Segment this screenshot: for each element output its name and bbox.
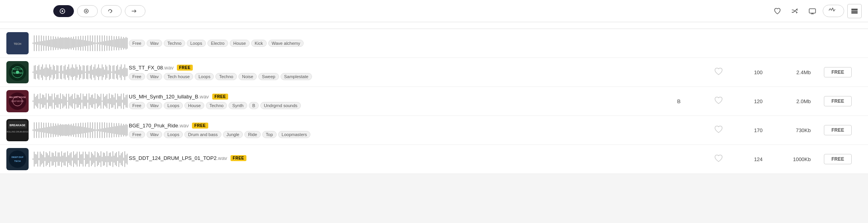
tag[interactable]: Wav	[147, 73, 163, 80]
table-row: DEEP DUF TECH SS_DDT_124_DRUM_LPS_01_TOP…	[0, 145, 868, 174]
free-download-button[interactable]: FREE	[824, 125, 852, 135]
tag[interactable]: Loops	[164, 102, 183, 109]
size-cell: 2.4Mb	[774, 69, 814, 75]
partial-tag[interactable]: House	[230, 40, 250, 47]
svg-text:BREAKAGE: BREAKAGE	[10, 124, 25, 127]
tag[interactable]: Samplestate	[281, 73, 312, 80]
free-badge: FREE	[192, 123, 208, 129]
waveform-cell: DEEP DUF TECH	[6, 148, 126, 170]
store-button[interactable]	[53, 5, 74, 17]
album-thumb[interactable]: TECH VS. TECHNO	[6, 61, 29, 83]
tag[interactable]: Wav	[147, 131, 163, 138]
file-name: US_MH_Synth_120_lullaby_B.wav FREE	[129, 94, 663, 100]
partial-tag[interactable]: Electro	[207, 40, 228, 47]
shuffle-button[interactable]	[788, 4, 802, 18]
file-name: SS_DDT_124_DRUM_LPS_01_TOP2.wav FREE	[129, 155, 663, 161]
file-name: SS_TT_FX_08.wav FREE	[129, 65, 663, 71]
tag[interactable]: Free	[129, 73, 145, 80]
partial-tag[interactable]: Kick	[251, 40, 267, 47]
state-cell: FREE	[814, 154, 862, 164]
album-thumb[interactable]: DEEP DUF TECH	[6, 148, 29, 170]
loops-button[interactable]	[101, 5, 122, 17]
partial-waveform-cell: TECH	[6, 32, 126, 54]
tag[interactable]: Tech house	[164, 73, 193, 80]
partial-tag[interactable]: Wav	[147, 40, 163, 47]
tag[interactable]: Drum and bass	[184, 131, 221, 138]
size-cell: 730Kb	[774, 127, 814, 133]
svg-text:DEEP MICRO: DEEP MICRO	[11, 100, 24, 102]
heart-icon[interactable]	[714, 154, 723, 164]
favourite-cell	[695, 154, 742, 164]
tag[interactable]: Wav	[147, 102, 163, 109]
loops-icon	[107, 8, 113, 14]
heart-filter-button[interactable]	[770, 4, 785, 18]
svg-text:DEEP DUF: DEEP DUF	[12, 156, 24, 158]
album-thumb[interactable]: MELODIC HOUSE DEEP MICRO	[6, 90, 29, 112]
list-view-button[interactable]	[847, 4, 862, 18]
table-row: TECH VS. TECHNO SS_TT_FX_08.wav FREE Fre…	[0, 58, 868, 87]
heart-icon[interactable]	[714, 125, 723, 135]
svg-text:TECH: TECH	[14, 160, 21, 162]
bpm-cell: 170	[742, 127, 774, 133]
tag[interactable]: House	[184, 102, 204, 109]
tag[interactable]: Loops	[195, 73, 214, 80]
partial-waveform	[33, 35, 108, 52]
waveform-visual[interactable]	[33, 92, 108, 110]
table-header	[0, 22, 868, 29]
tag[interactable]: Jungle	[223, 131, 243, 138]
favourite-cell	[695, 67, 742, 77]
name-cell: BGE_170_Pruk_Ride.wav FREE FreeWavLoopsD…	[126, 123, 663, 138]
wav-icon	[829, 8, 836, 14]
tag[interactable]: Loops	[164, 131, 183, 138]
waveform-cell: MELODIC HOUSE DEEP MICRO	[6, 90, 126, 112]
tags-list: FreeWavLoopsHouseTechnoSynthBUndrgrnd so…	[129, 102, 663, 109]
partial-tag[interactable]: Loops	[187, 40, 206, 47]
library-button[interactable]	[77, 5, 98, 17]
tag[interactable]: Techno	[215, 73, 236, 80]
partial-thumb: TECH	[6, 32, 29, 54]
tag[interactable]: Free	[129, 131, 145, 138]
tag[interactable]: Ride	[244, 131, 261, 138]
svg-point-14	[16, 71, 19, 74]
key-cell: B	[663, 98, 695, 104]
table-row: MELODIC HOUSE DEEP MICRO US_MH_Synth_120…	[0, 87, 868, 116]
tags-list: FreeWavTech houseLoopsTechnoNoiseSweepSa…	[129, 73, 663, 80]
top-bar	[0, 0, 868, 22]
monitor-button[interactable]	[805, 4, 820, 18]
icon-actions	[770, 4, 862, 18]
name-cell: SS_DDT_124_DRUM_LPS_01_TOP2.wav FREE	[126, 155, 663, 163]
library-icon	[83, 8, 89, 14]
tag[interactable]: Sweep	[258, 73, 279, 80]
tag[interactable]: Top	[262, 131, 277, 138]
tag[interactable]: Techno	[206, 102, 227, 109]
svg-text:TECH: TECH	[14, 42, 21, 45]
waveform-visual[interactable]	[33, 150, 108, 168]
tag[interactable]: Undrgrnd sounds	[260, 102, 301, 109]
wav-button[interactable]	[823, 5, 844, 17]
tag[interactable]: Free	[129, 102, 145, 109]
one-shots-button[interactable]	[125, 5, 145, 17]
free-download-button[interactable]: FREE	[824, 67, 852, 77]
tag[interactable]: Noise	[238, 73, 257, 80]
tag[interactable]: Synth	[229, 102, 247, 109]
free-badge: FREE	[177, 65, 193, 71]
waveform-visual[interactable]	[33, 63, 108, 81]
album-thumb[interactable]: BREAKAGE ROLLING DRUM+BASS	[6, 119, 29, 141]
one-shots-icon	[131, 8, 137, 14]
filter-buttons	[53, 5, 145, 17]
size-cell: 2.0Mb	[774, 98, 814, 104]
waveform-visual[interactable]	[33, 121, 108, 139]
partial-tag[interactable]: Wave alchemy	[268, 40, 304, 47]
free-download-button[interactable]: FREE	[824, 154, 852, 164]
svg-rect-6	[851, 12, 858, 13]
heart-icon[interactable]	[714, 67, 723, 77]
heart-icon[interactable]	[714, 96, 723, 106]
partial-tag[interactable]: Free	[129, 40, 145, 47]
free-badge: FREE	[212, 94, 229, 100]
partial-tag[interactable]: Techno	[164, 40, 185, 47]
tag[interactable]: B	[249, 102, 259, 109]
free-badge: FREE	[231, 155, 247, 161]
tag[interactable]: Loopmasters	[278, 131, 311, 138]
bpm-cell: 100	[742, 69, 774, 75]
free-download-button[interactable]: FREE	[824, 96, 852, 106]
